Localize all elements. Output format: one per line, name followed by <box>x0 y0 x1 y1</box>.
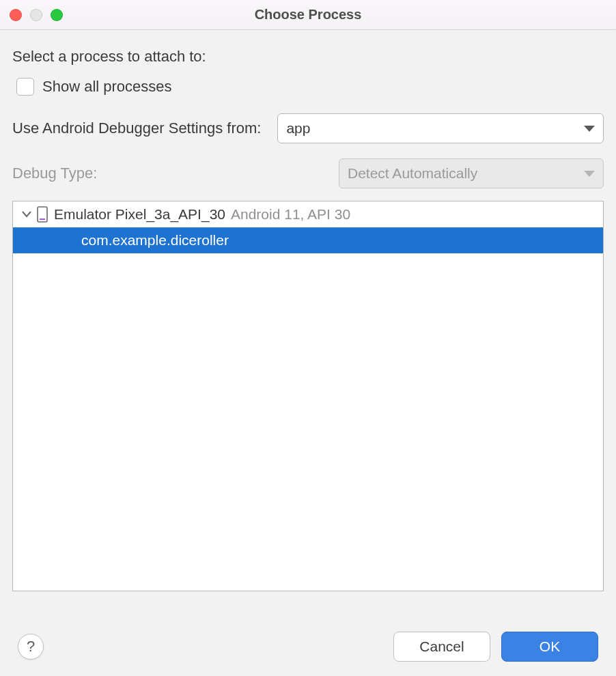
window-title: Choose Process <box>0 7 616 23</box>
window-minimize-button[interactable] <box>30 9 42 21</box>
window-zoom-button[interactable] <box>51 9 63 21</box>
help-button[interactable]: ? <box>18 634 44 660</box>
dialog-content: Select a process to attach to: Show all … <box>0 30 616 591</box>
debugger-settings-row: Use Android Debugger Settings from: app <box>12 113 604 143</box>
cancel-button[interactable]: Cancel <box>393 632 490 662</box>
process-name: com.example.diceroller <box>81 232 229 249</box>
debugger-settings-value: app <box>286 120 310 137</box>
svg-rect-1 <box>40 219 45 220</box>
debugger-settings-label: Use Android Debugger Settings from: <box>12 119 261 137</box>
chevron-down-icon <box>584 126 595 132</box>
device-name: Emulator Pixel_3a_API_30 <box>54 206 225 223</box>
ok-label: OK <box>540 638 560 655</box>
process-tree[interactable]: Emulator Pixel_3a_API_30 Android 11, API… <box>12 201 604 591</box>
expand-collapse-icon[interactable] <box>17 211 36 218</box>
traffic-lights <box>0 9 63 21</box>
titlebar: Choose Process <box>0 0 616 30</box>
show-all-checkbox[interactable] <box>16 78 34 96</box>
window-close-button[interactable] <box>10 9 22 21</box>
heading-label: Select a process to attach to: <box>12 48 604 66</box>
tree-row-process[interactable]: com.example.diceroller <box>13 227 603 253</box>
ok-button[interactable]: OK <box>501 632 598 662</box>
show-all-row: Show all processes <box>16 78 604 96</box>
debug-type-row: Debug Type: Detect Automatically <box>12 158 604 188</box>
debug-type-select: Detect Automatically <box>339 158 604 188</box>
help-icon: ? <box>27 638 35 656</box>
debug-type-label: Debug Type: <box>12 165 339 182</box>
show-all-label: Show all processes <box>42 78 172 96</box>
tree-row-device[interactable]: Emulator Pixel_3a_API_30 Android 11, API… <box>13 201 603 227</box>
debugger-settings-select[interactable]: app <box>277 113 604 143</box>
dialog-footer: ? Cancel OK <box>0 617 616 676</box>
device-icon <box>36 206 50 223</box>
device-subtext: Android 11, API 30 <box>231 206 350 223</box>
chevron-down-icon <box>584 171 595 177</box>
cancel-label: Cancel <box>419 638 464 655</box>
debug-type-value: Detect Automatically <box>348 165 477 182</box>
